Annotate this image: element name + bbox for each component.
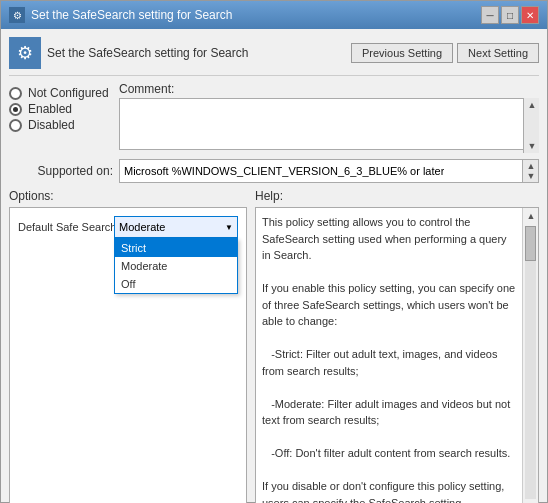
comment-scrollbar: ▲ ▼ xyxy=(523,98,539,153)
default-setting-row: Default Safe Search Setting Moderate ▼ S… xyxy=(18,216,238,238)
title-buttons: ─ □ ✕ xyxy=(481,6,539,24)
comment-area: ▲ ▼ xyxy=(119,98,539,153)
radio-enabled-input[interactable] xyxy=(9,103,22,116)
help-scroll-thumb[interactable] xyxy=(525,226,536,261)
scroll-down-arrow[interactable]: ▼ xyxy=(524,139,540,153)
previous-setting-button[interactable]: Previous Setting xyxy=(351,43,453,63)
dropdown-current-value: Moderate xyxy=(119,221,165,233)
header-title: Set the SafeSearch setting for Search xyxy=(47,46,248,60)
dropdown-container: Moderate ▼ Strict Moderate Off xyxy=(114,216,238,238)
supported-scrollbar: ▲ ▼ xyxy=(522,160,538,182)
supported-value: Microsoft %WINDOWS_CLIENT_VERSION_6_3_BL… xyxy=(124,165,444,177)
window-title: Set the SafeSearch setting for Search xyxy=(31,8,232,22)
options-help-row: Options: Default Safe Search Setting Mod… xyxy=(9,189,539,503)
radio-not-configured-input[interactable] xyxy=(9,87,22,100)
radio-not-configured-label: Not Configured xyxy=(28,86,109,100)
dropdown-item-strict[interactable]: Strict xyxy=(115,239,237,257)
help-text: This policy setting allows you to contro… xyxy=(262,216,518,503)
comment-label: Comment: xyxy=(119,82,539,96)
help-box: This policy setting allows you to contro… xyxy=(255,207,539,503)
help-scrollbar: ▲ ▼ xyxy=(522,208,538,503)
options-panel: Options: Default Safe Search Setting Mod… xyxy=(9,189,247,503)
dropdown-list: Strict Moderate Off xyxy=(114,238,238,294)
help-panel: Help: This policy setting allows you to … xyxy=(255,189,539,503)
header-icon: ⚙ xyxy=(9,37,41,69)
radio-enabled-label: Enabled xyxy=(28,102,72,116)
minimize-button[interactable]: ─ xyxy=(481,6,499,24)
help-content: This policy setting allows you to contro… xyxy=(256,208,538,503)
maximize-button[interactable]: □ xyxy=(501,6,519,24)
options-box: Default Safe Search Setting Moderate ▼ S… xyxy=(9,207,247,503)
close-button[interactable]: ✕ xyxy=(521,6,539,24)
dropdown-header[interactable]: Moderate ▼ xyxy=(114,216,238,238)
supported-value-box: Microsoft %WINDOWS_CLIENT_VERSION_6_3_BL… xyxy=(119,159,539,183)
help-label: Help: xyxy=(255,189,539,203)
dropdown-arrow-icon: ▼ xyxy=(225,223,233,232)
help-scroll-track xyxy=(525,226,536,499)
comment-textarea[interactable] xyxy=(119,98,539,150)
default-setting-label: Default Safe Search Setting xyxy=(18,216,108,234)
supported-scroll-down[interactable]: ▼ xyxy=(523,170,539,182)
scroll-up-arrow[interactable]: ▲ xyxy=(524,98,540,112)
title-bar: ⚙ Set the SafeSearch setting for Search … xyxy=(1,1,547,29)
options-label: Options: xyxy=(9,189,247,203)
supported-row: Supported on: Microsoft %WINDOWS_CLIENT_… xyxy=(9,159,539,183)
nav-buttons: Previous Setting Next Setting xyxy=(351,43,539,63)
radio-comment-section: Not Configured Enabled Disabled Comment: xyxy=(9,82,539,153)
radio-disabled[interactable]: Disabled xyxy=(9,118,119,132)
supported-label: Supported on: xyxy=(9,164,113,178)
comment-section: Comment: ▲ ▼ xyxy=(119,82,539,153)
dropdown-item-moderate[interactable]: Moderate xyxy=(115,257,237,275)
radio-not-configured[interactable]: Not Configured xyxy=(9,86,119,100)
radio-enabled[interactable]: Enabled xyxy=(9,102,119,116)
main-content: ⚙ Set the SafeSearch setting for Search … xyxy=(1,29,547,503)
header-section: ⚙ Set the SafeSearch setting for Search … xyxy=(9,37,539,76)
radio-disabled-label: Disabled xyxy=(28,118,75,132)
radio-section: Not Configured Enabled Disabled xyxy=(9,82,119,153)
radio-disabled-input[interactable] xyxy=(9,119,22,132)
window-icon: ⚙ xyxy=(9,7,25,23)
next-setting-button[interactable]: Next Setting xyxy=(457,43,539,63)
help-scroll-up[interactable]: ▲ xyxy=(523,208,539,224)
dropdown-item-off[interactable]: Off xyxy=(115,275,237,293)
